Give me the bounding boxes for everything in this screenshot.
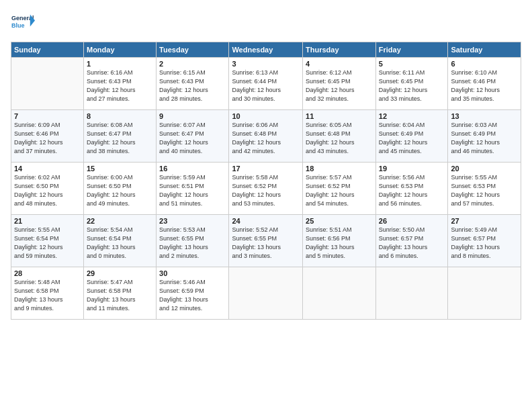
day-number: 17 bbox=[232, 165, 300, 173]
day-info: Sunrise: 6:05 AM Sunset: 6:48 PM Dayligh… bbox=[306, 121, 373, 156]
day-number: 15 bbox=[87, 165, 153, 173]
day-info: Sunrise: 5:49 AM Sunset: 6:57 PM Dayligh… bbox=[451, 226, 518, 261]
calendar-header-saturday: Saturday bbox=[448, 42, 521, 58]
calendar-cell: 27Sunrise: 5:49 AM Sunset: 6:57 PM Dayli… bbox=[448, 215, 521, 267]
day-info: Sunrise: 5:46 AM Sunset: 6:59 PM Dayligh… bbox=[159, 278, 226, 313]
day-info: Sunrise: 5:50 AM Sunset: 6:57 PM Dayligh… bbox=[379, 226, 445, 261]
day-number: 13 bbox=[451, 112, 518, 120]
day-info: Sunrise: 6:07 AM Sunset: 6:47 PM Dayligh… bbox=[159, 121, 226, 156]
calendar-header-thursday: Thursday bbox=[303, 42, 376, 58]
day-number: 24 bbox=[232, 217, 300, 225]
day-info: Sunrise: 5:54 AM Sunset: 6:54 PM Dayligh… bbox=[87, 226, 153, 261]
calendar-week-row: 14Sunrise: 6:02 AM Sunset: 6:50 PM Dayli… bbox=[11, 163, 521, 215]
calendar-cell bbox=[448, 267, 521, 320]
day-info: Sunrise: 6:08 AM Sunset: 6:47 PM Dayligh… bbox=[87, 121, 153, 156]
day-number: 4 bbox=[306, 60, 373, 68]
day-number: 20 bbox=[451, 165, 518, 173]
calendar-header-row: SundayMondayTuesdayWednesdayThursdayFrid… bbox=[11, 42, 521, 58]
day-info: Sunrise: 6:13 AM Sunset: 6:44 PM Dayligh… bbox=[232, 68, 300, 103]
day-info: Sunrise: 5:47 AM Sunset: 6:58 PM Dayligh… bbox=[87, 278, 153, 313]
day-info: Sunrise: 6:10 AM Sunset: 6:46 PM Dayligh… bbox=[451, 68, 518, 103]
day-info: Sunrise: 6:06 AM Sunset: 6:48 PM Dayligh… bbox=[232, 121, 300, 156]
day-info: Sunrise: 6:11 AM Sunset: 6:45 PM Dayligh… bbox=[379, 68, 445, 103]
day-number: 5 bbox=[379, 60, 445, 68]
calendar-cell: 5Sunrise: 6:11 AM Sunset: 6:45 PM Daylig… bbox=[375, 58, 448, 110]
calendar-table: SundayMondayTuesdayWednesdayThursdayFrid… bbox=[11, 42, 521, 320]
calendar-cell bbox=[375, 267, 448, 320]
day-number: 28 bbox=[14, 269, 81, 277]
day-info: Sunrise: 5:56 AM Sunset: 6:53 PM Dayligh… bbox=[379, 173, 445, 208]
calendar-cell: 7Sunrise: 6:09 AM Sunset: 6:46 PM Daylig… bbox=[11, 110, 84, 163]
calendar-cell: 20Sunrise: 5:55 AM Sunset: 6:53 PM Dayli… bbox=[448, 163, 521, 215]
calendar-week-row: 7Sunrise: 6:09 AM Sunset: 6:46 PM Daylig… bbox=[11, 110, 521, 163]
day-number: 7 bbox=[14, 112, 81, 120]
day-number: 29 bbox=[87, 269, 153, 277]
day-info: Sunrise: 6:03 AM Sunset: 6:49 PM Dayligh… bbox=[451, 121, 518, 156]
calendar-cell: 11Sunrise: 6:05 AM Sunset: 6:48 PM Dayli… bbox=[303, 110, 376, 163]
day-number: 19 bbox=[379, 165, 445, 173]
calendar-cell bbox=[303, 267, 376, 320]
calendar-cell: 14Sunrise: 6:02 AM Sunset: 6:50 PM Dayli… bbox=[11, 163, 84, 215]
calendar-cell: 2Sunrise: 6:15 AM Sunset: 6:43 PM Daylig… bbox=[157, 58, 229, 110]
day-number: 12 bbox=[379, 112, 445, 120]
calendar-header-sunday: Sunday bbox=[11, 42, 84, 58]
calendar-cell: 17Sunrise: 5:58 AM Sunset: 6:52 PM Dayli… bbox=[229, 163, 303, 215]
header: General Blue bbox=[11, 11, 521, 35]
svg-text:Blue: Blue bbox=[11, 22, 25, 29]
calendar-header-friday: Friday bbox=[375, 42, 448, 58]
day-number: 25 bbox=[306, 217, 373, 225]
day-info: Sunrise: 6:00 AM Sunset: 6:50 PM Dayligh… bbox=[87, 173, 153, 208]
day-number: 22 bbox=[87, 217, 153, 225]
calendar-cell: 8Sunrise: 6:08 AM Sunset: 6:47 PM Daylig… bbox=[83, 110, 156, 163]
calendar-cell: 6Sunrise: 6:10 AM Sunset: 6:46 PM Daylig… bbox=[448, 58, 521, 110]
calendar-cell: 19Sunrise: 5:56 AM Sunset: 6:53 PM Dayli… bbox=[375, 163, 448, 215]
day-info: Sunrise: 5:48 AM Sunset: 6:58 PM Dayligh… bbox=[14, 278, 81, 313]
calendar-cell: 24Sunrise: 5:52 AM Sunset: 6:55 PM Dayli… bbox=[229, 215, 303, 267]
day-number: 9 bbox=[159, 112, 226, 120]
day-number: 6 bbox=[451, 60, 518, 68]
calendar-week-row: 1Sunrise: 6:16 AM Sunset: 6:43 PM Daylig… bbox=[11, 58, 521, 110]
calendar-cell: 15Sunrise: 6:00 AM Sunset: 6:50 PM Dayli… bbox=[83, 163, 156, 215]
day-number: 30 bbox=[159, 269, 226, 277]
day-number: 8 bbox=[87, 112, 153, 120]
calendar-header-tuesday: Tuesday bbox=[157, 42, 229, 58]
day-info: Sunrise: 5:55 AM Sunset: 6:53 PM Dayligh… bbox=[451, 173, 518, 208]
day-info: Sunrise: 5:58 AM Sunset: 6:52 PM Dayligh… bbox=[232, 173, 300, 208]
calendar-week-row: 21Sunrise: 5:55 AM Sunset: 6:54 PM Dayli… bbox=[11, 215, 521, 267]
day-number: 16 bbox=[159, 165, 226, 173]
day-info: Sunrise: 5:57 AM Sunset: 6:52 PM Dayligh… bbox=[306, 173, 373, 208]
day-number: 1 bbox=[87, 60, 153, 68]
day-number: 11 bbox=[306, 112, 373, 120]
calendar-header-wednesday: Wednesday bbox=[229, 42, 303, 58]
calendar-week-row: 28Sunrise: 5:48 AM Sunset: 6:58 PM Dayli… bbox=[11, 267, 521, 320]
day-info: Sunrise: 6:12 AM Sunset: 6:45 PM Dayligh… bbox=[306, 68, 373, 103]
day-info: Sunrise: 6:16 AM Sunset: 6:43 PM Dayligh… bbox=[87, 68, 153, 103]
calendar-header-monday: Monday bbox=[83, 42, 156, 58]
calendar-cell bbox=[11, 58, 84, 110]
calendar-cell: 3Sunrise: 6:13 AM Sunset: 6:44 PM Daylig… bbox=[229, 58, 303, 110]
calendar-cell: 30Sunrise: 5:46 AM Sunset: 6:59 PM Dayli… bbox=[157, 267, 229, 320]
day-number: 18 bbox=[306, 165, 373, 173]
day-info: Sunrise: 6:04 AM Sunset: 6:49 PM Dayligh… bbox=[379, 121, 445, 156]
day-info: Sunrise: 5:55 AM Sunset: 6:54 PM Dayligh… bbox=[14, 226, 81, 261]
calendar-cell: 9Sunrise: 6:07 AM Sunset: 6:47 PM Daylig… bbox=[157, 110, 229, 163]
day-number: 3 bbox=[232, 60, 300, 68]
calendar-cell: 26Sunrise: 5:50 AM Sunset: 6:57 PM Dayli… bbox=[375, 215, 448, 267]
calendar-cell: 22Sunrise: 5:54 AM Sunset: 6:54 PM Dayli… bbox=[83, 215, 156, 267]
day-number: 14 bbox=[14, 165, 81, 173]
calendar-cell: 18Sunrise: 5:57 AM Sunset: 6:52 PM Dayli… bbox=[303, 163, 376, 215]
day-info: Sunrise: 5:51 AM Sunset: 6:56 PM Dayligh… bbox=[306, 226, 373, 261]
logo: General Blue bbox=[11, 11, 35, 35]
page: General Blue SundayMondayTuesdayWednesda… bbox=[0, 0, 532, 411]
day-number: 26 bbox=[379, 217, 445, 225]
calendar-cell: 29Sunrise: 5:47 AM Sunset: 6:58 PM Dayli… bbox=[83, 267, 156, 320]
day-number: 27 bbox=[451, 217, 518, 225]
day-info: Sunrise: 5:59 AM Sunset: 6:51 PM Dayligh… bbox=[159, 173, 226, 208]
day-info: Sunrise: 6:09 AM Sunset: 6:46 PM Dayligh… bbox=[14, 121, 81, 156]
day-info: Sunrise: 6:15 AM Sunset: 6:43 PM Dayligh… bbox=[159, 68, 226, 103]
day-number: 21 bbox=[14, 217, 81, 225]
calendar-cell: 13Sunrise: 6:03 AM Sunset: 6:49 PM Dayli… bbox=[448, 110, 521, 163]
day-info: Sunrise: 5:53 AM Sunset: 6:55 PM Dayligh… bbox=[159, 226, 226, 261]
calendar-cell: 28Sunrise: 5:48 AM Sunset: 6:58 PM Dayli… bbox=[11, 267, 84, 320]
calendar-cell: 1Sunrise: 6:16 AM Sunset: 6:43 PM Daylig… bbox=[83, 58, 156, 110]
